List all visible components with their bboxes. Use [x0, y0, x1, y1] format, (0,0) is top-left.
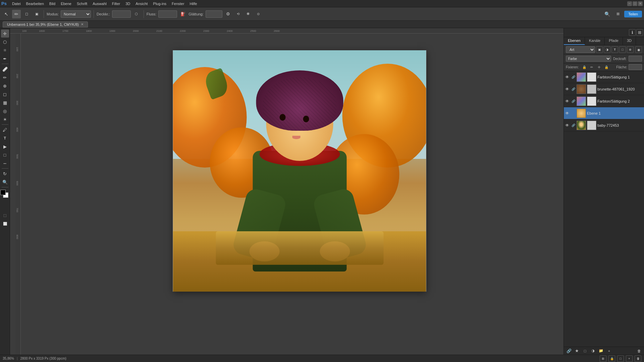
move-tool-button[interactable]: ↖: [2, 10, 11, 18]
layer-visibility-brunette[interactable]: 👁: [565, 87, 571, 92]
clone-tool[interactable]: ⊕: [1, 82, 9, 90]
status-arrange-btn[interactable]: ⊞: [600, 355, 606, 362]
pressure-btn[interactable]: ⊙: [254, 10, 263, 18]
shape-layer-filter[interactable]: □: [619, 46, 626, 53]
panel-info-btn[interactable]: ℹ: [629, 29, 636, 36]
flow-input[interactable]: 100%: [158, 10, 177, 18]
new-group-btn[interactable]: 📁: [598, 348, 604, 354]
status-fix-btn[interactable]: 🔒: [608, 355, 615, 362]
filter-toggle[interactable]: ◉: [635, 46, 642, 53]
deckkraft-pressure-btn[interactable]: ⬡: [132, 10, 141, 18]
brush-preset-button[interactable]: ▣: [32, 10, 41, 18]
minimize-button[interactable]: −: [627, 1, 632, 6]
lasso-tool[interactable]: ⬡: [1, 38, 9, 46]
menu-item-schrift[interactable]: Schrift: [74, 1, 90, 6]
pixel-layer-filter[interactable]: ▣: [596, 46, 603, 53]
new-adjustment-btn[interactable]: ◑: [590, 348, 596, 354]
add-style-btn[interactable]: ★: [574, 348, 580, 354]
tab-ebenen[interactable]: Ebenen: [564, 37, 585, 45]
screen-mode-btn[interactable]: ⬜: [1, 220, 9, 228]
smoothing-input[interactable]: 0%: [206, 10, 222, 18]
rotate-view-tool[interactable]: ↻: [1, 170, 9, 178]
menu-item-hilfe[interactable]: Hilfe: [187, 1, 200, 6]
path-selection-tool[interactable]: ▶: [1, 142, 9, 150]
layer-type-select[interactable]: Art Name Effekt: [566, 46, 595, 53]
fix-position-btn[interactable]: 🔒: [581, 64, 587, 70]
quick-mask-btn[interactable]: ⬚: [1, 211, 9, 219]
adjustment-layer-filter[interactable]: ◑: [604, 46, 610, 53]
heal-tool[interactable]: 🩹: [1, 65, 9, 73]
crop-tool[interactable]: ⌗: [1, 46, 9, 54]
tab-3d[interactable]: 3D: [623, 37, 636, 45]
brush-tool-button[interactable]: ✏: [12, 10, 21, 18]
layer-visibility-ebene1[interactable]: 👁: [565, 111, 571, 116]
fix-image-pixels-btn[interactable]: ✏: [589, 64, 595, 70]
new-layer-btn[interactable]: +: [606, 348, 612, 354]
menu-item-fenster[interactable]: Fenster: [169, 1, 187, 6]
menu-item-bild[interactable]: Bild: [47, 1, 58, 6]
dodge-tool[interactable]: ☀: [1, 115, 9, 123]
foreground-color-swatch[interactable]: [0, 190, 6, 195]
selection-tool[interactable]: ✛: [1, 29, 9, 38]
tab-pfade[interactable]: Pfade: [605, 37, 623, 45]
layer-row-ebene1[interactable]: 👁 Ebene 1: [564, 107, 644, 119]
menu-item-3d[interactable]: 3D: [123, 1, 133, 6]
type-layer-filter[interactable]: T: [611, 46, 618, 53]
fix-artboard-btn[interactable]: 🔒: [603, 64, 609, 70]
shape-tool[interactable]: □: [1, 151, 9, 159]
add-mask-btn[interactable]: □: [582, 348, 588, 354]
link-layers-btn[interactable]: 🔗: [566, 348, 572, 354]
tab-close-icon[interactable]: ✕: [81, 22, 84, 26]
layer-row-farbton1[interactable]: 👁 🔗 Farbton/Sättigung 1: [564, 71, 644, 83]
layer-name-brunette: brunette-487061_1920: [597, 87, 643, 91]
layer-visibility-farbton2[interactable]: 👁: [565, 99, 571, 104]
type-tool[interactable]: T: [1, 134, 9, 142]
status-new-btn[interactable]: +: [626, 355, 633, 362]
status-mask-btn[interactable]: □: [617, 355, 624, 362]
layer-visibility-baby[interactable]: 👁: [565, 123, 571, 128]
status-delete-btn[interactable]: 🗑: [635, 355, 641, 362]
layer-row-farbton2[interactable]: 👁 🔗 Farbton/Sättigung 2: [564, 95, 644, 107]
menu-item-datei[interactable]: Datei: [9, 1, 23, 6]
arrange-btn[interactable]: ⊞: [613, 10, 622, 18]
maximize-button[interactable]: □: [633, 1, 637, 6]
eyedropper-tool[interactable]: ✒: [1, 55, 9, 63]
menu-item-filter[interactable]: Filter: [109, 1, 123, 6]
settings-btn[interactable]: ⚙: [224, 10, 232, 18]
gradient-tool[interactable]: ▦: [1, 99, 9, 107]
delete-layer-btn[interactable]: 🗑: [636, 348, 642, 354]
menu-item-plugins[interactable]: Plug-ins: [150, 1, 169, 6]
photo-canvas[interactable]: [173, 50, 426, 292]
layer-blend-mode-select[interactable]: Farbe Normal Multiplizieren Bildschirm W…: [566, 56, 611, 62]
opacity-input[interactable]: 100%: [629, 56, 642, 62]
symmetry-btn[interactable]: ❋: [244, 10, 253, 18]
document-tab[interactable]: Unbenannt-1 bei 35,9% (Ebene 1, CMYK/8) …: [3, 21, 88, 27]
menu-item-auswahl[interactable]: Auswahl: [90, 1, 109, 6]
wood-table-front: [216, 231, 383, 265]
more-tools[interactable]: •••: [1, 159, 9, 167]
tab-kanaele[interactable]: Kanäle: [585, 37, 605, 45]
deckkraft-input[interactable]: 100%: [112, 10, 131, 18]
brush-tool[interactable]: ✏: [1, 73, 9, 81]
fill-input[interactable]: 100%: [629, 64, 642, 70]
share-button[interactable]: Teilen: [624, 11, 642, 17]
close-button[interactable]: ✕: [638, 1, 643, 6]
panel-layout-btn[interactable]: ⊞: [636, 29, 643, 36]
blend-mode-select[interactable]: Normal Auflösen Abdunkeln Multiplizieren: [61, 10, 91, 18]
pen-tool[interactable]: 🖊: [1, 126, 9, 134]
fix-position-btn2[interactable]: ✛: [596, 64, 602, 70]
layer-row-brunette[interactable]: 👁 🔗 brunette-487061_1920: [564, 83, 644, 95]
smart-filter[interactable]: ⊕: [627, 46, 634, 53]
angle-icon-btn[interactable]: ⟲: [234, 10, 243, 18]
search-icon-btn[interactable]: 🔍: [603, 10, 611, 18]
menu-item-bearbeiten[interactable]: Bearbeiten: [23, 1, 47, 6]
eraser-tool[interactable]: ◻: [1, 90, 9, 98]
layer-visibility-farbton1[interactable]: 👁: [565, 75, 571, 79]
menu-item-ansicht[interactable]: Ansicht: [133, 1, 150, 6]
blur-tool[interactable]: ◎: [1, 107, 9, 115]
eraser-icon-btn[interactable]: ◻: [22, 10, 31, 18]
layer-row-baby[interactable]: 👁 🔗 baby-772453: [564, 119, 644, 131]
zoom-tool[interactable]: 🔍: [1, 178, 9, 186]
menu-item-ebene[interactable]: Ebene: [58, 1, 74, 6]
airbrush-btn[interactable]: ⛽: [178, 10, 187, 18]
